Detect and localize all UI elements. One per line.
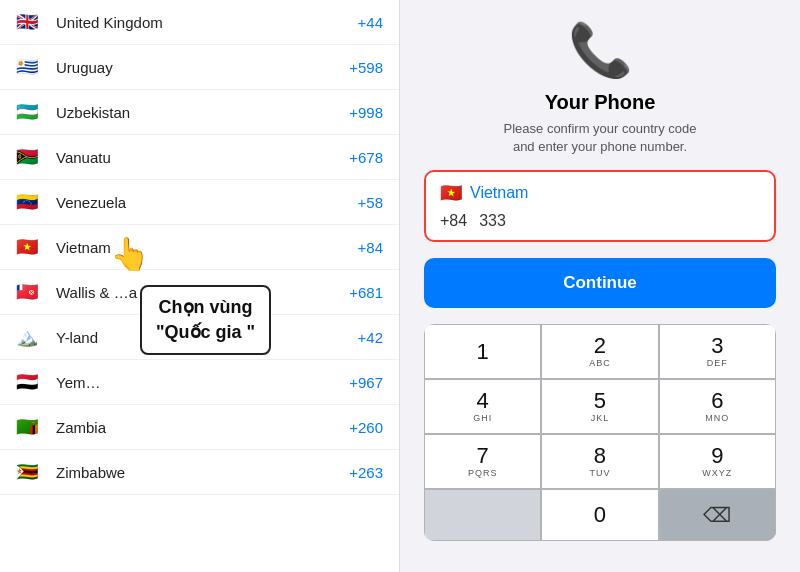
digit-key[interactable]: 1 <box>424 324 541 379</box>
key-letters: WXYZ <box>702 468 732 478</box>
country-item[interactable]: 🇾🇪 Yem… +967 <box>0 360 399 405</box>
key-digit: 9 <box>711 445 723 467</box>
country-name: United Kingdom <box>56 14 358 31</box>
country-name: Vanuatu <box>56 149 349 166</box>
country-item[interactable]: 🇿🇲 Zambia +260 <box>0 405 399 450</box>
country-flag: 🇼🇫 <box>16 282 44 302</box>
country-name: Uzbekistan <box>56 104 349 121</box>
delete-icon: ⌫ <box>703 503 731 527</box>
country-code: +967 <box>349 374 383 391</box>
digit-key[interactable]: 8 TUV <box>541 434 658 489</box>
country-list-panel: 🇬🇧 United Kingdom +44 🇺🇾 Uruguay +598 🇺🇿… <box>0 0 400 572</box>
country-name: Uruguay <box>56 59 349 76</box>
numpad: 1 2 ABC 3 DEF 4 GHI 5 JKL 6 MNO <box>424 324 776 541</box>
country-name: Vietnam <box>56 239 358 256</box>
country-item[interactable]: 🇺🇾 Uruguay +598 <box>0 45 399 90</box>
country-code: +263 <box>349 464 383 481</box>
continue-button[interactable]: Continue <box>424 258 776 308</box>
key-digit: 1 <box>477 341 489 363</box>
country-flag: 🇿🇲 <box>16 417 44 437</box>
key-letters: JKL <box>591 413 610 423</box>
delete-key[interactable]: ⌫ <box>659 489 776 541</box>
country-name: Yem… <box>56 374 349 391</box>
key-digit: 3 <box>711 335 723 357</box>
key-digit: 5 <box>594 390 606 412</box>
country-flag: 🇻🇪 <box>16 192 44 212</box>
country-item[interactable]: 🇻🇪 Venezuela +58 <box>0 180 399 225</box>
country-item[interactable]: 🇬🇧 United Kingdom +44 <box>0 0 399 45</box>
country-name: Zimbabwe <box>56 464 349 481</box>
key-digit: 4 <box>477 390 489 412</box>
digit-key[interactable]: 7 PQRS <box>424 434 541 489</box>
digit-key[interactable]: 3 DEF <box>659 324 776 379</box>
key-digit: 2 <box>594 335 606 357</box>
numpad-row: 0 ⌫ <box>424 489 776 541</box>
numpad-row: 4 GHI 5 JKL 6 MNO <box>424 379 776 434</box>
key-digit: 6 <box>711 390 723 412</box>
country-code: +998 <box>349 104 383 121</box>
country-flag: 🇺🇿 <box>16 102 44 122</box>
empty-key <box>424 489 541 541</box>
country-code: +58 <box>358 194 383 211</box>
panel-title: Your Phone <box>545 91 656 114</box>
digit-key[interactable]: 2 ABC <box>541 324 658 379</box>
key-letters: GHI <box>473 413 492 423</box>
digit-key[interactable]: 9 WXYZ <box>659 434 776 489</box>
country-code: +44 <box>358 14 383 31</box>
tooltip-text: Chọn vùng"Quốc gia " <box>156 295 255 345</box>
country-flag: 🇿🇼 <box>16 462 44 482</box>
country-item[interactable]: 🇿🇼 Zimbabwe +263 <box>0 450 399 495</box>
key-letters: DEF <box>707 358 728 368</box>
country-flag: 🇾🇪 <box>16 372 44 392</box>
key-letters: ABC <box>589 358 611 368</box>
tooltip-box: Chọn vùng"Quốc gia " <box>140 285 271 355</box>
key-letters: MNO <box>705 413 729 423</box>
selected-country-name: Vietnam <box>470 184 528 202</box>
country-code: +598 <box>349 59 383 76</box>
country-name: Zambia <box>56 419 349 436</box>
key-letters: TUV <box>589 468 610 478</box>
key-digit: 8 <box>594 445 606 467</box>
country-name: Venezuela <box>56 194 358 211</box>
phone-code: +84 <box>440 212 467 230</box>
key-letters: PQRS <box>468 468 498 478</box>
country-item[interactable]: 🇺🇿 Uzbekistan +998 <box>0 90 399 135</box>
country-code: +42 <box>358 329 383 346</box>
phone-number-display: 333 <box>479 212 506 230</box>
country-flag: 🇺🇾 <box>16 57 44 77</box>
country-flag: 🇻🇺 <box>16 147 44 167</box>
country-selector[interactable]: 🇻🇳 Vietnam +84 333 <box>424 170 776 242</box>
digit-key[interactable]: 4 GHI <box>424 379 541 434</box>
numpad-row: 1 2 ABC 3 DEF <box>424 324 776 379</box>
digit-key[interactable]: 5 JKL <box>541 379 658 434</box>
country-flag: 🇬🇧 <box>16 12 44 32</box>
key-digit: 7 <box>477 445 489 467</box>
country-code: +260 <box>349 419 383 436</box>
country-code: +681 <box>349 284 383 301</box>
panel-subtitle: Please confirm your country code and ent… <box>504 120 697 156</box>
country-flag: 🏔️ <box>16 327 44 347</box>
country-code: +678 <box>349 149 383 166</box>
country-item[interactable]: 🇻🇳 Vietnam +84 👆 Chọn vùng"Quốc gia " <box>0 225 399 270</box>
key-digit: 0 <box>594 504 606 526</box>
country-flag: 🇻🇳 <box>16 237 44 257</box>
numpad-row: 7 PQRS 8 TUV 9 WXYZ <box>424 434 776 489</box>
digit-key[interactable]: 0 <box>541 489 658 541</box>
phone-icon: 📞 <box>568 20 633 81</box>
country-item[interactable]: 🇻🇺 Vanuatu +678 <box>0 135 399 180</box>
country-list: 🇬🇧 United Kingdom +44 🇺🇾 Uruguay +598 🇺🇿… <box>0 0 399 495</box>
selected-flag: 🇻🇳 <box>440 182 462 204</box>
phone-entry-panel: 📞 Your Phone Please confirm your country… <box>400 0 800 572</box>
digit-key[interactable]: 6 MNO <box>659 379 776 434</box>
country-code: +84 <box>358 239 383 256</box>
